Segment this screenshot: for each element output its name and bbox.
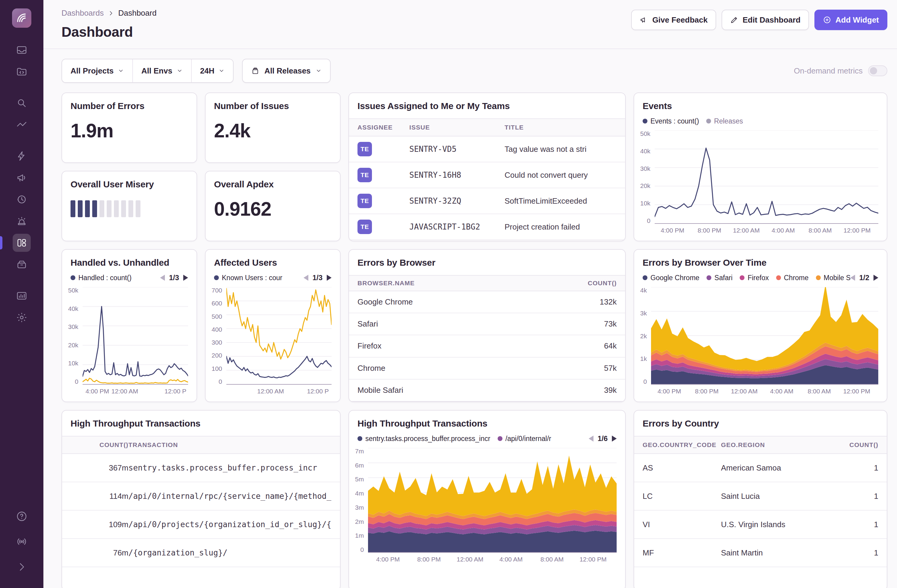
page-indicator: 1/6	[598, 434, 608, 443]
sidebar-item-alerts[interactable]	[13, 212, 31, 230]
legend-item[interactable]: Events : count()	[643, 117, 699, 125]
table-cell: MF	[643, 548, 721, 557]
page-header: Dashboards Dashboard Dashboard Give Feed…	[43, 0, 897, 49]
help-icon[interactable]	[13, 507, 31, 525]
legend-item[interactable]: sentry.tasks.process_buffer.process_incr	[357, 435, 490, 443]
next-page-button[interactable]	[327, 275, 332, 281]
legend-item[interactable]: Known Users : cour	[214, 274, 282, 282]
sidebar-item-search[interactable]	[13, 94, 31, 112]
table-cell: 367m	[70, 463, 129, 473]
table-cell: 1	[841, 463, 878, 473]
table-link[interactable]: SENTRY-32ZQ	[409, 196, 505, 205]
broadcast-icon[interactable]	[13, 533, 31, 551]
errors-by-browser-table: BROWSER.NAMECOUNT()Google Chrome132kSafa…	[349, 275, 625, 402]
events-chart: 50k40k30k20k10k0 4:00 PM8:00 PM12:00 AM4…	[634, 125, 887, 241]
sidebar-item-issues[interactable]	[13, 41, 31, 59]
column-header[interactable]: COUNT()	[562, 279, 617, 287]
legend-dot-icon	[776, 275, 781, 280]
sidebar-item-starfish[interactable]	[13, 147, 31, 165]
table-link[interactable]: /api/0/internal/rpc/{service_name}/{meth…	[129, 492, 332, 501]
edit-dashboard-button[interactable]: Edit Dashboard	[722, 10, 809, 30]
table-row: VIU.S. Virgin Islands1	[634, 510, 887, 539]
column-header[interactable]: BROWSER.NAME	[357, 279, 562, 287]
assignee-badge[interactable]: TE	[357, 194, 372, 208]
table-row: TESENTRY-32ZQSoftTimeLimitExceeded	[349, 188, 625, 214]
legend-item[interactable]: Safari	[707, 274, 732, 282]
prev-page-button[interactable]	[160, 275, 165, 281]
column-header[interactable]: GEO.REGION	[721, 441, 841, 449]
on-demand-toggle[interactable]	[868, 66, 887, 76]
page-indicator: 1/3	[169, 273, 179, 282]
legend-dot-icon	[643, 119, 647, 124]
table-cell: Saint Martin	[721, 548, 841, 557]
column-header[interactable]: COUNT()	[70, 441, 129, 449]
table-cell: Safari	[357, 319, 562, 328]
table-row: TESENTRY-16H8Could not convert query	[349, 162, 625, 188]
give-feedback-button[interactable]: Give Feedback	[631, 10, 716, 30]
chevron-down-icon	[219, 68, 225, 74]
next-page-button[interactable]	[612, 435, 617, 441]
sidebar-item-projects[interactable]	[13, 63, 31, 81]
assignee-badge[interactable]: TE	[357, 168, 372, 182]
column-header[interactable]: TRANSACTION	[129, 441, 332, 449]
breadcrumb-dashboards[interactable]: Dashboards	[61, 8, 104, 18]
sidebar-item-performance[interactable]	[13, 116, 31, 134]
table-cell: Saint Lucia	[721, 492, 841, 501]
widget-issues-assigned: Issues Assigned to Me or My Teams ASSIGN…	[348, 93, 626, 241]
table-link[interactable]: /api/0/projects/{organization_id_or_slug…	[129, 520, 332, 529]
releases-filter-dropdown[interactable]: All Releases	[242, 59, 331, 83]
table-link[interactable]: /{organization_slug}/	[129, 548, 332, 557]
table-row: Google Chrome132k	[349, 291, 625, 313]
date-range-dropdown[interactable]: 24H	[191, 60, 233, 82]
widget-affected-users: Affected Users Known Users : cour 1/3 70…	[205, 249, 341, 402]
legend-item[interactable]: Firefox	[740, 274, 768, 282]
column-header[interactable]: TITLE	[505, 124, 617, 131]
legend-dot-icon	[643, 275, 647, 280]
legend-item[interactable]: Google Chrome	[643, 274, 699, 282]
environment-filter-dropdown[interactable]: All Envs	[132, 60, 191, 82]
sidebar-item-releases[interactable]	[13, 255, 31, 273]
legend-item[interactable]: Releases	[706, 117, 743, 125]
table-row: ASAmerican Samoa1	[634, 454, 887, 482]
sidebar-item-stats[interactable]	[13, 287, 31, 305]
assignee-badge[interactable]: TE	[357, 220, 372, 234]
legend-item[interactable]: /api/0/internal/r	[497, 435, 551, 443]
table-cell: TE	[357, 220, 409, 234]
prev-page-button[interactable]	[850, 275, 855, 281]
project-filter-dropdown[interactable]: All Projects	[62, 60, 132, 82]
sidebar-item-feedback[interactable]	[13, 169, 31, 187]
legend-item[interactable]: Chrome	[776, 274, 809, 282]
table-link[interactable]: SENTRY-VD5	[409, 145, 505, 154]
sidebar-item-replays[interactable]	[13, 190, 31, 208]
next-page-button[interactable]	[874, 275, 878, 281]
legend-item[interactable]: Handled : count()	[70, 274, 132, 282]
table-cell: 64k	[562, 341, 617, 351]
chevron-down-icon	[118, 68, 124, 74]
widget-number-of-issues: Number of Issues 2.4k	[205, 93, 341, 163]
table-link[interactable]: sentry.tasks.process_buffer.process_incr	[129, 463, 332, 472]
sidebar-item-settings[interactable]	[13, 309, 31, 327]
table-cell: 1	[841, 520, 878, 529]
chevron-down-icon	[315, 68, 321, 74]
table-link[interactable]: JAVASCRIPT-1BG2	[409, 222, 505, 231]
add-widget-button[interactable]: Add Widget	[814, 10, 887, 30]
next-page-button[interactable]	[183, 275, 188, 281]
table-cell: American Samoa	[721, 463, 841, 473]
sidebar-item-dashboards[interactable]	[13, 234, 31, 252]
prev-page-button[interactable]	[303, 275, 308, 281]
table-cell: LC	[643, 492, 721, 501]
table-cell: Firefox	[357, 341, 562, 351]
column-header[interactable]: ASSIGNEE	[357, 124, 409, 131]
column-header[interactable]: COUNT()	[841, 441, 878, 449]
page-title: Dashboard	[61, 24, 156, 40]
sentry-logo[interactable]	[12, 8, 31, 28]
breadcrumb: Dashboards Dashboard	[61, 8, 156, 18]
collapse-chevron-icon[interactable]	[13, 558, 31, 576]
column-header[interactable]: GEO.COUNTRY_CODE	[643, 441, 721, 449]
column-header[interactable]: ISSUE	[409, 124, 505, 131]
prev-page-button[interactable]	[589, 435, 594, 441]
assignee-badge[interactable]: TE	[357, 142, 372, 156]
table-link[interactable]: SENTRY-16H8	[409, 171, 505, 180]
page-indicator: 1/2	[859, 273, 869, 282]
legend-item[interactable]: Mobile S	[816, 274, 850, 282]
